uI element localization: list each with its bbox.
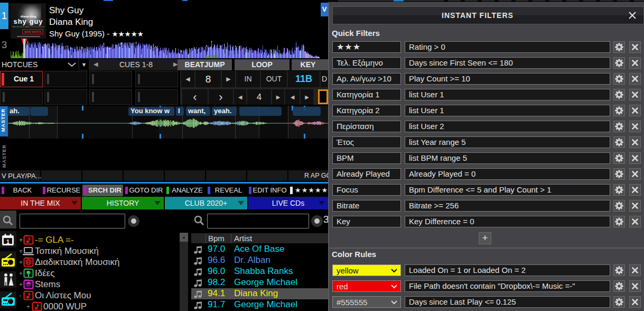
svg-text:1: 1 [6,239,10,245]
